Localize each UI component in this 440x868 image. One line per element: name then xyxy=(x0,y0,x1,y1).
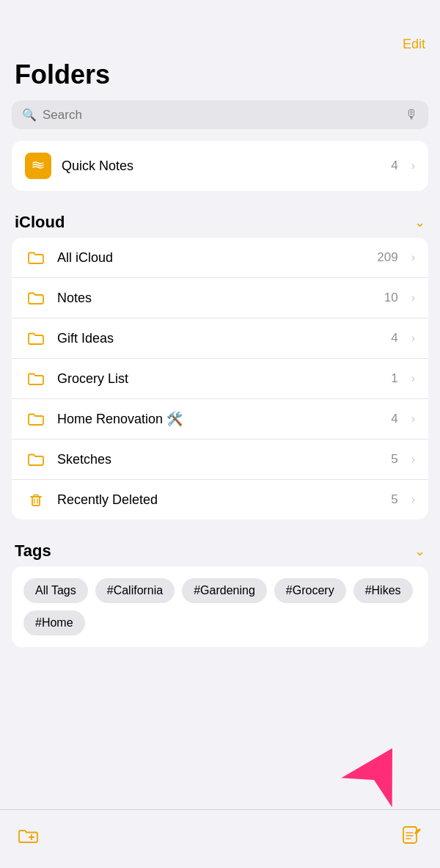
folder-count: 4 xyxy=(391,412,397,426)
quick-notes-item[interactable]: Quick Notes 4 › xyxy=(12,141,428,191)
folder-count: 4 xyxy=(391,331,397,346)
bottom-toolbar xyxy=(0,809,440,868)
search-input[interactable] xyxy=(43,108,399,123)
quick-notes-count: 4 xyxy=(391,158,397,173)
folder-icon xyxy=(25,329,47,348)
folder-count: 209 xyxy=(377,250,397,265)
folder-item-recently-deleted[interactable]: Recently Deleted 5 › xyxy=(12,480,428,519)
folder-item-home-renovation[interactable]: Home Renovation 🛠️ 4 › xyxy=(12,399,428,440)
folder-name: Notes xyxy=(57,291,374,306)
edit-button[interactable]: Edit xyxy=(403,37,425,52)
svg-rect-0 xyxy=(31,158,45,173)
folder-name: Sketches xyxy=(57,452,381,467)
folder-chevron: › xyxy=(411,453,415,466)
folder-item-gift-ideas[interactable]: Gift Ideas 4 › xyxy=(12,318,428,359)
folder-name: Recently Deleted xyxy=(57,492,381,508)
search-icon: 🔍 xyxy=(22,108,37,122)
folder-count: 10 xyxy=(384,291,398,305)
search-container: 🔍 🎙 xyxy=(0,101,440,141)
tag-home[interactable]: #Home xyxy=(23,610,85,635)
folder-count: 1 xyxy=(391,371,397,386)
quick-notes-icon xyxy=(25,153,51,179)
new-note-button[interactable] xyxy=(400,825,422,847)
folder-icon xyxy=(25,288,47,307)
folder-item-grocery-list[interactable]: Grocery List 1 › xyxy=(12,359,428,399)
header: Edit xyxy=(0,0,440,59)
folder-item-sketches[interactable]: Sketches 5 › xyxy=(12,440,428,480)
quick-notes-label: Quick Notes xyxy=(62,158,381,174)
tags-list: All Tags #California #Gardening #Grocery… xyxy=(12,566,428,647)
tag-gardening[interactable]: #Gardening xyxy=(182,578,267,603)
folder-icon xyxy=(25,248,47,267)
folder-name: Grocery List xyxy=(57,371,381,387)
svg-rect-8 xyxy=(403,827,417,843)
folder-chevron: › xyxy=(411,291,415,304)
tag-grocery[interactable]: #Grocery xyxy=(274,578,346,603)
folder-chevron: › xyxy=(411,332,415,345)
folder-chevron: › xyxy=(411,493,415,506)
folder-chevron: › xyxy=(411,251,415,264)
folder-name: Gift Ideas xyxy=(57,331,381,346)
folder-name: Home Renovation 🛠️ xyxy=(57,411,381,427)
mic-icon[interactable]: 🎙 xyxy=(405,107,418,123)
svg-rect-1 xyxy=(32,497,40,506)
folder-count: 5 xyxy=(391,452,397,467)
tag-all-tags[interactable]: All Tags xyxy=(23,578,88,603)
quick-notes-chevron: › xyxy=(411,159,415,172)
trash-icon xyxy=(25,490,47,509)
folder-chevron: › xyxy=(411,412,415,426)
folder-item-all-icloud[interactable]: All iCloud 209 › xyxy=(12,238,428,278)
svg-marker-5 xyxy=(341,736,417,807)
folder-count: 5 xyxy=(391,492,397,507)
icloud-folder-list: All iCloud 209 › Notes 10 › Gift Ideas 4… xyxy=(12,238,428,519)
folder-icon xyxy=(25,450,47,469)
folder-chevron: › xyxy=(411,372,415,385)
new-folder-button[interactable] xyxy=(18,825,40,847)
search-bar: 🔍 🎙 xyxy=(12,101,428,129)
tag-hikes[interactable]: #Hikes xyxy=(353,578,413,603)
folder-icon xyxy=(25,409,47,428)
tags-collapse-icon[interactable]: ⌄ xyxy=(414,543,425,559)
folder-name: All iCloud xyxy=(57,250,367,266)
folder-icon xyxy=(25,369,47,388)
tags-section-header: Tags ⌄ xyxy=(0,534,440,566)
icloud-collapse-icon[interactable]: ⌄ xyxy=(414,214,425,230)
icloud-section-title: iCloud xyxy=(15,213,65,232)
folder-item-notes[interactable]: Notes 10 › xyxy=(12,278,428,318)
tags-section-title: Tags xyxy=(15,541,51,561)
tag-california[interactable]: #California xyxy=(95,578,175,603)
icloud-section-header: iCloud ⌄ xyxy=(0,205,440,238)
page-title: Folders xyxy=(0,59,440,101)
